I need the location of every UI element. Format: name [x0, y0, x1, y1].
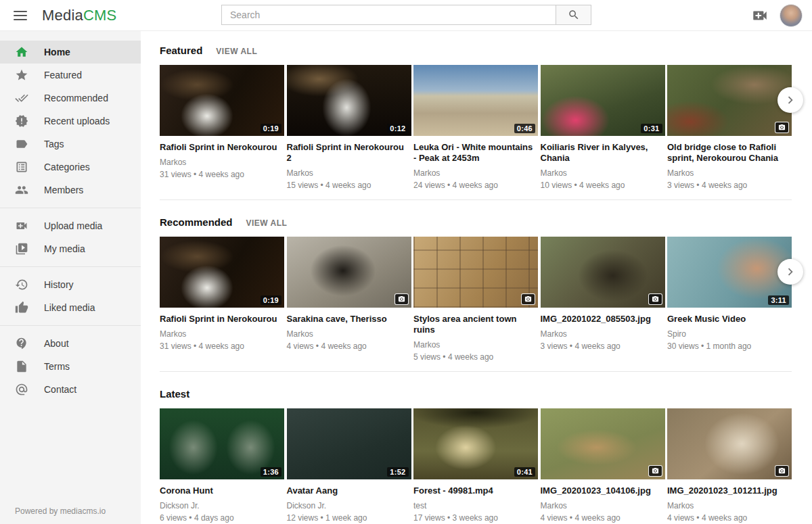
sidebar-item-about[interactable]: About — [0, 332, 141, 355]
media-author[interactable]: Markos — [541, 168, 665, 178]
chevron-right-icon — [783, 264, 798, 279]
upload-media-icon[interactable] — [751, 7, 769, 24]
sidebar-item-recommended[interactable]: Recommended — [0, 87, 141, 110]
media-title[interactable]: Rafioli Sprint in Nerokourou — [160, 142, 280, 153]
media-thumbnail[interactable]: 0:12 — [287, 65, 411, 136]
media-card[interactable]: Old bridge close to Rafioli sprint, Nero… — [667, 65, 792, 190]
media-card[interactable]: 0:41 Forest - 49981.mp4 test 17 views • … — [413, 408, 538, 523]
search-bar — [221, 5, 591, 25]
media-title[interactable]: Corona Hunt — [160, 485, 280, 496]
media-card[interactable]: 3:11 Greek Music Video Spiro 30 views • … — [667, 237, 792, 362]
media-thumbnail[interactable]: 3:11 — [667, 237, 792, 308]
media-card[interactable]: Sarakina cave, Therisso Markos 4 views •… — [287, 237, 411, 362]
media-author[interactable]: Markos — [160, 329, 284, 339]
media-author[interactable]: Markos — [287, 168, 411, 178]
media-thumbnail[interactable]: 0:19 — [160, 65, 284, 136]
media-views-age: 3 views • 4 weeks ago — [667, 181, 792, 190]
media-author[interactable]: Markos — [160, 158, 284, 167]
app-logo[interactable]: MediaCMS — [42, 7, 116, 24]
media-thumbnail[interactable]: 1:36 — [160, 408, 284, 479]
section-latest: Latest 1:36 Corona Hunt Dickson Jr. 6 vi… — [160, 388, 792, 523]
media-views-age: 30 views • 1 month ago — [667, 341, 792, 351]
carousel-next-button[interactable] — [777, 259, 803, 285]
search-button[interactable] — [556, 5, 591, 25]
media-thumbnail[interactable] — [541, 237, 665, 308]
media-views-age: 3 views • 4 weeks ago — [541, 341, 665, 351]
sidebar-item-recent-uploads[interactable]: Recent uploads — [0, 110, 141, 133]
media-card[interactable]: IMG_20201022_085503.jpg Markos 3 views •… — [541, 237, 665, 362]
sidebar-item-liked-media[interactable]: Liked media — [0, 296, 141, 319]
media-thumbnail[interactable]: 0:19 — [160, 237, 284, 308]
media-title[interactable]: IMG_20201023_104106.jpg — [541, 485, 661, 496]
photo-camera-icon — [648, 465, 662, 477]
media-card[interactable]: 0:46 Leuka Ori - White mountains - Peak … — [413, 65, 538, 190]
view-all-link[interactable]: VIEW ALL — [216, 47, 257, 56]
sidebar-item-featured[interactable]: Featured — [0, 64, 141, 87]
sidebar-item-my-media[interactable]: My media — [0, 237, 141, 260]
menu-icon[interactable] — [14, 8, 27, 23]
media-author[interactable]: Markos — [413, 168, 538, 178]
media-thumbnail[interactable]: 0:31 — [541, 65, 665, 136]
media-title[interactable]: Rafioli Sprint in Nerokourou 2 — [287, 142, 407, 164]
media-thumbnail[interactable] — [667, 408, 792, 479]
media-card[interactable]: Stylos area ancient town ruins Markos 5 … — [413, 237, 538, 362]
sidebar-item-contact[interactable]: Contact — [0, 378, 141, 401]
sidebar-item-members[interactable]: Members — [0, 178, 141, 201]
carousel-next-button[interactable] — [777, 87, 803, 113]
view-all-link[interactable]: VIEW ALL — [246, 218, 288, 228]
media-thumbnail[interactable]: 0:46 — [413, 65, 538, 136]
search-input[interactable] — [221, 5, 556, 25]
media-card[interactable]: IMG_20201023_104106.jpg Markos 4 views •… — [541, 408, 665, 523]
section-divider — [160, 199, 792, 200]
media-author[interactable]: Markos — [541, 329, 665, 339]
sidebar-item-terms[interactable]: Terms — [0, 355, 141, 378]
media-thumbnail[interactable] — [541, 408, 665, 479]
media-card[interactable]: 1:36 Corona Hunt Dickson Jr. 6 views • 4… — [160, 408, 284, 523]
media-author[interactable]: Markos — [413, 340, 538, 350]
sidebar-item-categories[interactable]: Categories — [0, 156, 141, 178]
media-title[interactable]: Greek Music Video — [667, 314, 788, 325]
media-title[interactable]: Stylos area ancient town ruins — [413, 314, 534, 335]
media-title[interactable]: Forest - 49981.mp4 — [413, 485, 534, 496]
media-thumbnail[interactable] — [287, 237, 411, 308]
media-author[interactable]: Dickson Jr. — [160, 501, 284, 510]
media-card[interactable]: 0:12 Rafioli Sprint in Nerokourou 2 Mark… — [287, 65, 411, 190]
header-actions — [751, 4, 803, 27]
card-row: 0:19 Rafioli Sprint in Nerokourou Markos… — [160, 237, 792, 362]
media-card[interactable]: 0:19 Rafioli Sprint in Nerokourou Markos… — [160, 237, 284, 362]
media-title[interactable]: Sarakina cave, Therisso — [287, 314, 407, 325]
media-author[interactable]: Spiro — [667, 329, 792, 339]
media-title[interactable]: Old bridge close to Rafioli sprint, Nero… — [667, 142, 788, 164]
media-title[interactable]: Koiliaris River in Kalyves, Chania — [541, 142, 661, 164]
history-icon — [15, 278, 28, 291]
media-thumbnail[interactable]: 0:41 — [413, 408, 538, 479]
media-author[interactable]: test — [413, 501, 538, 510]
media-card[interactable]: 0:19 Rafioli Sprint in Nerokourou Markos… — [160, 65, 284, 190]
media-author[interactable]: Markos — [541, 501, 665, 510]
media-thumbnail[interactable] — [413, 237, 538, 308]
media-title[interactable]: Leuka Ori - White mountains - Peak at 24… — [413, 142, 534, 164]
media-author[interactable]: Dickson Jr. — [287, 501, 411, 510]
media-card[interactable]: 1:52 Avatar Aang Dickson Jr. 12 views • … — [287, 408, 411, 523]
sidebar-item-tags[interactable]: Tags — [0, 133, 141, 156]
user-avatar[interactable] — [780, 4, 803, 27]
sidebar-item-upload-media[interactable]: Upload media — [0, 214, 141, 237]
sidebar-item-home[interactable]: Home — [0, 41, 141, 64]
list-alt-icon — [15, 160, 28, 174]
media-title[interactable]: IMG_20201022_085503.jpg — [541, 314, 661, 325]
media-thumbnail[interactable]: 1:52 — [287, 408, 411, 479]
media-title[interactable]: Avatar Aang — [287, 485, 407, 496]
video-library-icon — [15, 242, 28, 256]
document-icon — [15, 360, 28, 373]
media-author[interactable]: Markos — [667, 168, 792, 178]
media-thumbnail[interactable] — [667, 65, 792, 136]
sidebar-item-history[interactable]: History — [0, 273, 141, 296]
media-title[interactable]: IMG_20201023_101211.jpg — [667, 485, 788, 496]
media-author[interactable]: Markos — [667, 501, 792, 510]
media-title[interactable]: Rafioli Sprint in Nerokourou — [160, 314, 280, 325]
media-author[interactable]: Markos — [287, 329, 411, 339]
media-views-age: 31 views • 4 weeks ago — [160, 341, 284, 351]
help-icon — [15, 337, 28, 350]
media-card[interactable]: IMG_20201023_101211.jpg Markos 4 views •… — [667, 408, 792, 523]
media-card[interactable]: 0:31 Koiliaris River in Kalyves, Chania … — [541, 65, 665, 190]
